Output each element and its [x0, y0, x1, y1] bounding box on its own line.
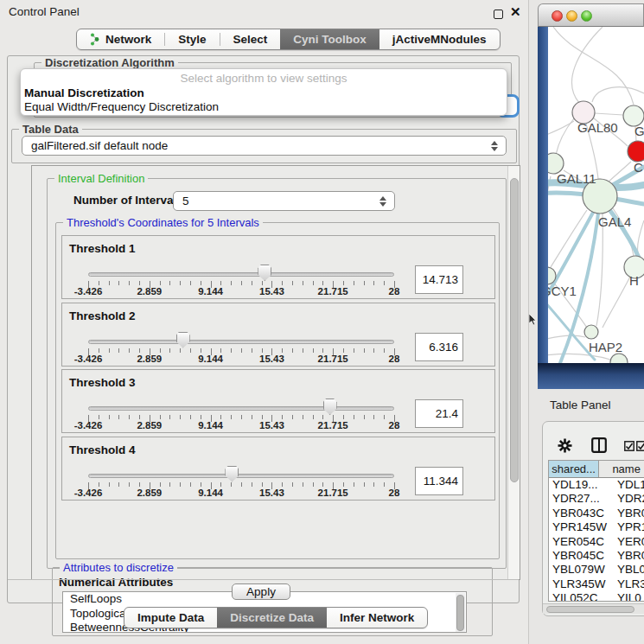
- tab-network[interactable]: Network: [77, 29, 164, 49]
- split-panel-icon[interactable]: [591, 437, 607, 453]
- tab-label: Infer Network: [340, 611, 414, 624]
- slider-tick: [354, 348, 354, 353]
- network-node[interactable]: [584, 325, 598, 339]
- network-edge[interactable]: [556, 118, 574, 155]
- slider-tick: [190, 415, 191, 419]
- slider-track[interactable]: [88, 340, 394, 344]
- network-edge[interactable]: [592, 87, 644, 102]
- tab-infer-network[interactable]: Infer Network: [327, 608, 427, 628]
- table-row[interactable]: YBR043CYBR0: [549, 507, 644, 520]
- node-label: C: [634, 160, 643, 175]
- tab-impute-data[interactable]: Impute Data: [124, 608, 217, 628]
- network-edge[interactable]: [548, 335, 585, 341]
- slider-tick: [160, 482, 161, 487]
- network-edge[interactable]: [603, 277, 630, 328]
- slider-tick: [118, 348, 119, 353]
- node-label: GCY1: [548, 284, 577, 298]
- table-horizontal-scrollbar[interactable]: [543, 603, 644, 614]
- minimize-traffic-light[interactable]: [566, 10, 577, 22]
- tab-jactivemnodules[interactable]: jActiveMNodules: [379, 29, 500, 49]
- close-icon[interactable]: ✕: [510, 4, 521, 20]
- slider-track[interactable]: [88, 272, 394, 277]
- slider-scale-label: 9.144: [198, 286, 223, 296]
- close-traffic-light[interactable]: [552, 10, 563, 22]
- network-edge[interactable]: [553, 27, 634, 105]
- control-panel-titlebar: Control Panel ✕: [0, 0, 528, 22]
- slider-thumb[interactable]: [225, 466, 239, 482]
- network-edge[interactable]: [638, 220, 644, 257]
- table-row[interactable]: YDL19...YDL1: [549, 478, 644, 492]
- table-row[interactable]: YLR345WYLR3: [549, 577, 644, 591]
- attributes-title: Attributes to discretize: [60, 561, 177, 574]
- slider-tick: [241, 281, 242, 285]
- network-window-titlebar[interactable]: [538, 3, 644, 27]
- network-edge[interactable]: [548, 354, 610, 360]
- slider-tick: [303, 415, 303, 419]
- table-row[interactable]: YIL052CYIL0: [549, 591, 644, 602]
- slider-scale-label: 2.859: [137, 286, 162, 296]
- network-edge[interactable]: [548, 176, 551, 255]
- tab-select[interactable]: Select: [220, 29, 281, 49]
- network-node[interactable]: [610, 354, 628, 363]
- table-cell: YER0: [614, 535, 644, 549]
- slider-tick: [169, 348, 170, 353]
- threshold-label: Threshold 3: [69, 376, 136, 389]
- table-header-row: shared...name: [549, 461, 644, 478]
- slider-thumb[interactable]: [176, 332, 190, 348]
- network-node[interactable]: [628, 141, 644, 162]
- checkbox-icon[interactable]: [624, 441, 634, 451]
- checkbox-icon[interactable]: [636, 441, 644, 451]
- scrollbar-thumb[interactable]: [510, 178, 519, 482]
- slider-tick: [99, 415, 99, 419]
- node-table[interactable]: shared...name YDL19...YDL1YDR27...YDR2YB…: [548, 460, 644, 602]
- slider-tick: [160, 415, 161, 419]
- table-data-combobox[interactable]: galFiltered.sif default node: [22, 136, 507, 156]
- slider-track[interactable]: [88, 474, 394, 478]
- slider-tick: [313, 348, 314, 353]
- column-header-1[interactable]: shared...: [549, 461, 599, 477]
- apply-button[interactable]: Apply: [232, 583, 290, 600]
- tab-style[interactable]: Style: [165, 29, 219, 49]
- panel-vertical-scrollbar[interactable]: [507, 166, 520, 579]
- network-canvas[interactable]: GAL80GCGAL11GAL4GCY1HHAP2: [548, 27, 644, 363]
- network-edge[interactable]: [572, 27, 603, 103]
- scrollbar-thumb[interactable]: [546, 606, 634, 613]
- number-of-intervals-label: Number of Intervals: [73, 194, 183, 207]
- column-header-2[interactable]: name: [599, 461, 644, 477]
- slider-tick: [231, 415, 232, 419]
- table-row[interactable]: YBL079WYBL0: [549, 563, 644, 577]
- slider-tick: [322, 482, 323, 487]
- slider-tick: [129, 348, 130, 353]
- number-of-intervals-combobox[interactable]: 5: [173, 191, 395, 211]
- float-panel-icon[interactable]: [494, 10, 503, 19]
- node-label: H: [629, 273, 639, 288]
- zoom-traffic-light[interactable]: [581, 10, 592, 22]
- slider-tick: [384, 482, 385, 487]
- slider-tick: [364, 281, 365, 285]
- slider-thumb[interactable]: [258, 265, 271, 281]
- threshold-value-field[interactable]: 21.4: [415, 399, 463, 428]
- slider-tick: [384, 281, 385, 285]
- table-row[interactable]: YPR145WYPR1: [549, 520, 644, 534]
- tab-label: Select: [233, 33, 268, 46]
- gear-icon[interactable]: [558, 438, 572, 453]
- algorithm-option[interactable]: Equal Width/Frequency Discretization: [21, 100, 507, 114]
- table-row[interactable]: YBR045CYBR0: [549, 549, 644, 563]
- algorithm-option[interactable]: Manual Discretization: [21, 86, 507, 100]
- table-row[interactable]: YDR27...YDR2: [549, 492, 644, 506]
- slider-scale-label: 28: [389, 286, 400, 296]
- table-row[interactable]: YER054CYER0: [549, 535, 644, 549]
- threshold-value-field[interactable]: 14.713: [415, 265, 463, 294]
- tab-cyni-toolbox[interactable]: Cyni Toolbox: [280, 29, 379, 49]
- slider-scale-label: 2.859: [137, 488, 162, 498]
- threshold-value-field[interactable]: 11.344: [415, 467, 463, 495]
- slider-tick: [322, 348, 323, 353]
- slider-track[interactable]: [88, 406, 394, 411]
- tab-discretize-data[interactable]: Discretize Data: [217, 608, 327, 628]
- threshold-value-field[interactable]: 6.316: [415, 333, 463, 361]
- network-edge[interactable]: [548, 121, 574, 138]
- slider-thumb[interactable]: [323, 399, 337, 415]
- network-edge[interactable]: [595, 113, 623, 115]
- slider-tick: [118, 281, 119, 285]
- slider-tick: [241, 348, 242, 353]
